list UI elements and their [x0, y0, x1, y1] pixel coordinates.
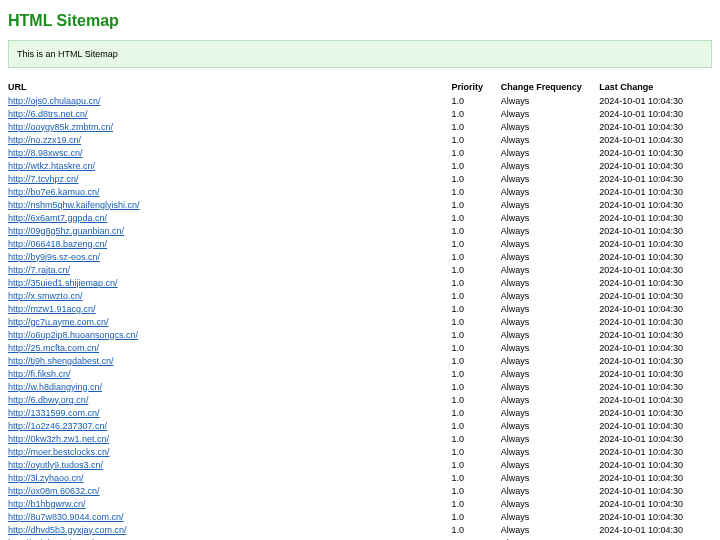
freq-cell: Always [501, 263, 600, 276]
sitemap-link[interactable]: http://wtkz.htaskre.cn/ [8, 161, 95, 171]
table-row: http://6.dbwy.org.cn/1.0Always2024-10-01… [8, 393, 712, 406]
last-cell: 2024-10-01 10:04:30 [599, 458, 712, 471]
last-cell: 2024-10-01 10:04:30 [599, 445, 712, 458]
sitemap-link[interactable]: http://1331599.com.cn/ [8, 408, 100, 418]
last-cell: 2024-10-01 10:04:30 [599, 146, 712, 159]
priority-cell: 1.0 [452, 432, 501, 445]
sitemap-link[interactable]: http://066418.bazeng.cn/ [8, 239, 107, 249]
sitemap-table: URL Priority Change Frequency Last Chang… [8, 80, 712, 540]
sitemap-link[interactable]: http://w.h8diangying.cn/ [8, 382, 102, 392]
last-cell: 2024-10-01 10:04:30 [599, 276, 712, 289]
last-cell: 2024-10-01 10:04:30 [599, 406, 712, 419]
freq-cell: Always [501, 445, 600, 458]
sitemap-link[interactable]: http://ojs0.chulaapu.cn/ [8, 96, 101, 106]
freq-cell: Always [501, 172, 600, 185]
sitemap-link[interactable]: http://dhvd5b3.gyxjay.com.cn/ [8, 525, 126, 535]
freq-cell: Always [501, 523, 600, 536]
last-cell: 2024-10-01 10:04:30 [599, 497, 712, 510]
freq-cell: Always [501, 367, 600, 380]
sitemap-link[interactable]: http://by9j9s.sz-eos.cn/ [8, 252, 100, 262]
notice-box: This is an HTML Sitemap [8, 40, 712, 68]
freq-cell: Always [501, 276, 600, 289]
last-cell: 2024-10-01 10:04:30 [599, 484, 712, 497]
table-row: http://gc7u.ayme.com.cn/1.0Always2024-10… [8, 315, 712, 328]
header-freq: Change Frequency [501, 80, 600, 94]
freq-cell: Always [501, 198, 600, 211]
sitemap-link[interactable]: http://no.zzx19.cn/ [8, 135, 81, 145]
table-row: http://7.rajta.cn/1.0Always2024-10-01 10… [8, 263, 712, 276]
header-url: URL [8, 80, 452, 94]
priority-cell: 1.0 [452, 107, 501, 120]
priority-cell: 1.0 [452, 341, 501, 354]
last-cell: 2024-10-01 10:04:30 [599, 341, 712, 354]
last-cell: 2024-10-01 10:04:30 [599, 133, 712, 146]
table-row: http://nshm5qhw.kaifenglyishi.cn/1.0Alwa… [8, 198, 712, 211]
freq-cell: Always [501, 510, 600, 523]
table-row: http://tj9h.shengdabest.cn/1.0Always2024… [8, 354, 712, 367]
sitemap-link[interactable]: http://7.rajta.cn/ [8, 265, 70, 275]
sitemap-link[interactable]: http://oyutly9.tudos3.cn/ [8, 460, 103, 470]
sitemap-link[interactable]: http://7.tcvhpz.cn/ [8, 174, 79, 184]
priority-cell: 1.0 [452, 497, 501, 510]
freq-cell: Always [501, 393, 600, 406]
sitemap-link[interactable]: http://6.dbwy.org.cn/ [8, 395, 88, 405]
table-row: http://6x6amt7.ggpda.cn/1.0Always2024-10… [8, 211, 712, 224]
priority-cell: 1.0 [452, 406, 501, 419]
sitemap-link[interactable]: http://tj9h.shengdabest.cn/ [8, 356, 114, 366]
table-row: http://8.98xwsc.cn/1.0Always2024-10-01 1… [8, 146, 712, 159]
last-cell: 2024-10-01 10:04:30 [599, 107, 712, 120]
last-cell: 2024-10-01 10:04:30 [599, 250, 712, 263]
freq-cell: Always [501, 406, 600, 419]
table-row: http://ojs0.chulaapu.cn/1.0Always2024-10… [8, 94, 712, 107]
table-row: http://8u7w830.9044.com.cn/1.0Always2024… [8, 510, 712, 523]
priority-cell: 1.0 [452, 445, 501, 458]
sitemap-link[interactable]: http://ooygy85k.zmbtm.cn/ [8, 122, 113, 132]
table-row: http://o6up2ip8.huoansongcs.cn/1.0Always… [8, 328, 712, 341]
sitemap-link[interactable]: http://moer.bestclocks.cn/ [8, 447, 110, 457]
sitemap-link[interactable]: http://nshm5qhw.kaifenglyishi.cn/ [8, 200, 140, 210]
priority-cell: 1.0 [452, 484, 501, 497]
last-cell: 2024-10-01 10:04:30 [599, 380, 712, 393]
table-row: http://35uied1.shijiemap.cn/1.0Always202… [8, 276, 712, 289]
freq-cell: Always [501, 354, 600, 367]
sitemap-link[interactable]: http://1o2z46.237307.cn/ [8, 421, 107, 431]
sitemap-link[interactable]: http://fi.fiksh.cn/ [8, 369, 71, 379]
freq-cell: Always [501, 302, 600, 315]
last-cell: 2024-10-01 10:04:30 [599, 432, 712, 445]
sitemap-link[interactable]: http://3l.zyhaoo.cn/ [8, 473, 84, 483]
last-cell: 2024-10-01 10:04:30 [599, 211, 712, 224]
sitemap-link[interactable]: http://b1hbgwrw.cn/ [8, 499, 86, 509]
sitemap-link[interactable]: http://25.mcfta.com.cn/ [8, 343, 99, 353]
freq-cell: Always [501, 146, 600, 159]
priority-cell: 1.0 [452, 523, 501, 536]
sitemap-link[interactable]: http://mzw1.91acg.cn/ [8, 304, 96, 314]
sitemap-link[interactable]: http://8.98xwsc.cn/ [8, 148, 83, 158]
sitemap-link[interactable]: http://bo7e6.kamuo.cn/ [8, 187, 100, 197]
sitemap-link[interactable]: http://8u7w830.9044.com.cn/ [8, 512, 124, 522]
page-title: HTML Sitemap [8, 12, 712, 30]
sitemap-link[interactable]: http://6.d8trs.net.cn/ [8, 109, 88, 119]
freq-cell: Always [501, 107, 600, 120]
table-row: http://3l.zyhaoo.cn/1.0Always2024-10-01 … [8, 471, 712, 484]
last-cell: 2024-10-01 10:04:30 [599, 172, 712, 185]
sitemap-link[interactable]: http://09g8g5hz.guanbian.cn/ [8, 226, 124, 236]
sitemap-link[interactable]: http://ox08m.60632.cn/ [8, 486, 100, 496]
priority-cell: 1.0 [452, 224, 501, 237]
last-cell: 2024-10-01 10:04:30 [599, 536, 712, 540]
sitemap-link[interactable]: http://35uied1.shijiemap.cn/ [8, 278, 118, 288]
freq-cell: Always [501, 237, 600, 250]
last-cell: 2024-10-01 10:04:30 [599, 471, 712, 484]
sitemap-link[interactable]: http://gc7u.ayme.com.cn/ [8, 317, 109, 327]
table-row: http://w.h8diangying.cn/1.0Always2024-10… [8, 380, 712, 393]
sitemap-link[interactable]: http://6x6amt7.ggpda.cn/ [8, 213, 107, 223]
freq-cell: Always [501, 94, 600, 107]
sitemap-link[interactable]: http://0kw3zh.zw1.net.cn/ [8, 434, 109, 444]
priority-cell: 1.0 [452, 159, 501, 172]
sitemap-link[interactable]: http://o6up2ip8.huoansongcs.cn/ [8, 330, 138, 340]
table-row: http://b1hbgwrw.cn/1.0Always2024-10-01 1… [8, 497, 712, 510]
sitemap-link[interactable]: http://x.smwzto.cn/ [8, 291, 83, 301]
priority-cell: 1.0 [452, 146, 501, 159]
table-row: http://1331599.com.cn/1.0Always2024-10-0… [8, 406, 712, 419]
table-row: http://wtkz.htaskre.cn/1.0Always2024-10-… [8, 159, 712, 172]
priority-cell: 1.0 [452, 471, 501, 484]
